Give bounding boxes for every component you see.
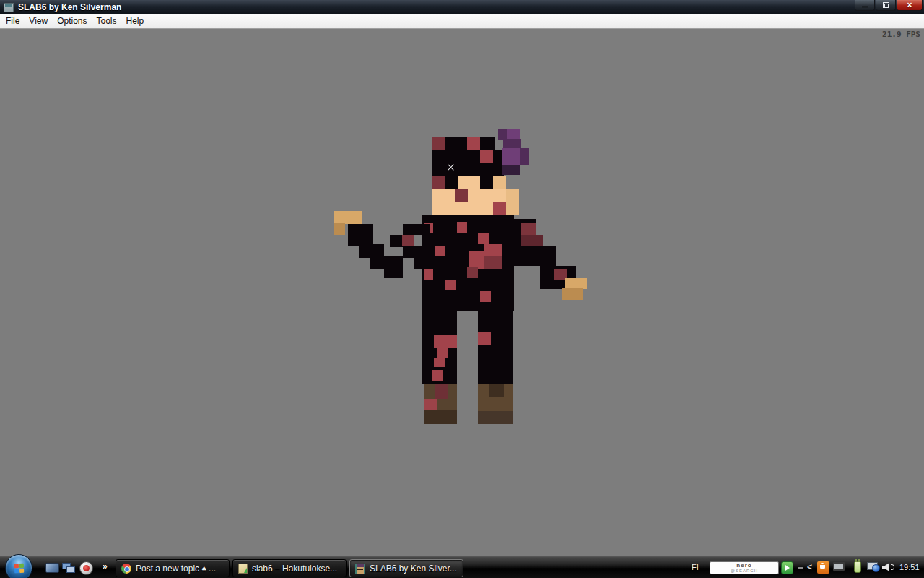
menu-file[interactable]: File — [6, 14, 19, 28]
quicklaunch-overflow-chevron[interactable]: » — [103, 561, 108, 571]
close-icon: × — [907, 1, 912, 10]
taskbar-button-label: slab6 – Hakutulokse... — [252, 564, 337, 574]
menu-help[interactable]: Help — [126, 14, 144, 28]
start-button[interactable] — [5, 554, 32, 578]
taskbar-clock[interactable]: 19:51 — [899, 563, 920, 571]
windows-orb-icon — [14, 564, 24, 573]
volume-tray-icon[interactable] — [882, 563, 889, 571]
search-go-button[interactable] — [781, 561, 793, 574]
taskbar: » Post a new topic ♠ ... slab6 – Hakutul… — [0, 556, 924, 578]
menu-bar: File View Options Tools Help — [0, 14, 924, 29]
nero-search-box[interactable]: nero @SEARCH — [710, 561, 779, 574]
volume-wave-icon — [891, 564, 894, 570]
nero-logo: nero — [736, 563, 751, 569]
minimize-icon — [862, 6, 868, 8]
viewport-canvas[interactable]: 21.9 FPS — [0, 30, 924, 556]
power-tray-icon[interactable] — [854, 561, 861, 573]
minimize-button[interactable] — [855, 0, 875, 11]
menu-options[interactable]: Options — [57, 14, 87, 28]
show-desktop-icon[interactable] — [45, 563, 59, 573]
tray-divider — [798, 567, 803, 569]
taskbar-button-post-topic[interactable]: Post a new topic ♠ ... — [116, 559, 230, 577]
menu-view[interactable]: View — [29, 14, 48, 28]
system-tray: FI nero @SEARCH < 19:51 — [686, 557, 924, 578]
nero-logo-sub: @SEARCH — [731, 569, 758, 573]
fps-counter: 21.9 FPS — [882, 30, 920, 39]
java-tray-icon[interactable] — [817, 561, 829, 574]
taskbar-button-slab6-app[interactable]: SLAB6 by Ken Silver... — [349, 559, 463, 577]
window-title: SLAB6 by Ken Silverman — [18, 0, 121, 14]
taskbar-button-label: SLAB6 by Ken Silver... — [370, 564, 457, 574]
taskbar-button-label: Post a new topic ♠ ... — [136, 564, 216, 574]
taskbar-button-slab6-search[interactable]: slab6 – Hakutulokse... — [232, 559, 346, 577]
window-titlebar[interactable]: SLAB6 by Ken Silverman × — [0, 0, 924, 14]
display-tray-icon[interactable] — [833, 562, 845, 571]
page-icon — [238, 564, 248, 574]
close-button[interactable]: × — [897, 0, 923, 11]
arrow-right-icon — [785, 565, 790, 571]
app-icon — [4, 3, 14, 12]
menu-tools[interactable]: Tools — [97, 14, 117, 28]
restore-icon — [883, 2, 889, 8]
red-app-icon[interactable] — [79, 561, 93, 575]
network-tray-icon[interactable] — [867, 562, 878, 570]
window-controls: × — [854, 0, 923, 11]
slab6-face-icon — [355, 564, 365, 574]
screen: SLAB6 by Ken Silverman × File View Optio… — [0, 0, 924, 578]
chrome-icon — [121, 564, 131, 574]
hidden-icons-chevron[interactable]: < — [807, 562, 812, 572]
language-indicator[interactable]: FI — [692, 563, 699, 571]
restore-button[interactable] — [876, 0, 896, 11]
switch-windows-icon[interactable] — [62, 563, 77, 574]
